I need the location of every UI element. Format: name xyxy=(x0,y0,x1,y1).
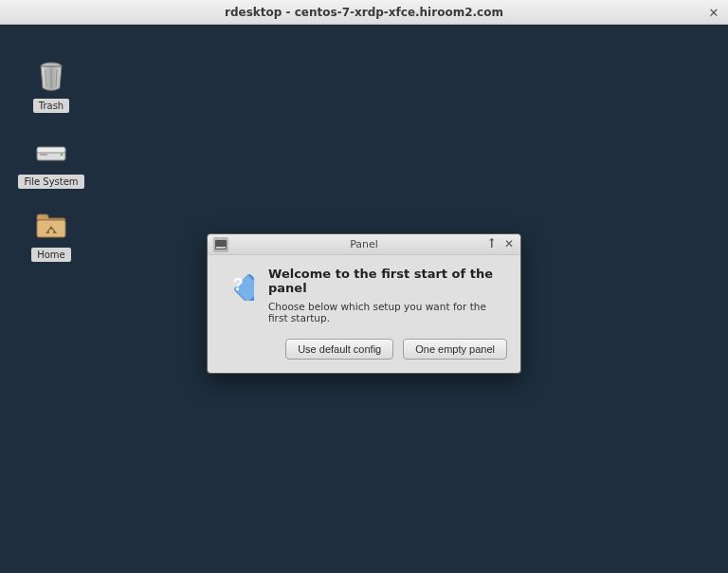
outer-window-titlebar: rdesktop - centos-7-xrdp-xfce.hiroom2.co… xyxy=(0,0,728,25)
dialog-message: Choose below which setup you want for th… xyxy=(268,301,507,323)
dialog-keep-above-button[interactable]: 🠕 xyxy=(484,236,500,251)
desktop-icon-filesystem[interactable]: File System xyxy=(23,137,80,189)
use-default-config-button[interactable]: Use default config xyxy=(285,339,393,360)
svg-text:?: ? xyxy=(233,275,244,294)
arrow-up-icon: 🠕 xyxy=(486,237,498,250)
dialog-title: Panel xyxy=(208,238,520,250)
one-empty-panel-button[interactable]: One empty panel xyxy=(403,339,507,360)
svg-rect-9 xyxy=(49,230,53,233)
trash-icon xyxy=(35,61,67,93)
drive-icon xyxy=(35,137,67,169)
dialog-button-row: Use default config One empty panel xyxy=(208,331,520,373)
desktop-icon-home[interactable]: Home xyxy=(23,210,80,262)
svg-rect-11 xyxy=(216,247,226,249)
svg-rect-7 xyxy=(40,154,47,156)
desktop-icon-label: Home xyxy=(31,248,71,262)
panel-firstrun-dialog: Panel 🠕 ✕ ? Welcome to the first start xyxy=(207,233,521,374)
question-icon: ? xyxy=(221,267,255,323)
panel-app-icon xyxy=(213,237,228,252)
dialog-titlebar[interactable]: Panel 🠕 ✕ xyxy=(208,234,520,255)
outer-window-title: rdesktop - centos-7-xrdp-xfce.hiroom2.co… xyxy=(225,6,503,19)
desktop-icon-label: File System xyxy=(18,175,83,189)
desktop-icon-trash[interactable]: Trash xyxy=(23,61,80,113)
desktop-icon-label: Trash xyxy=(33,99,69,113)
home-folder-icon xyxy=(35,210,67,242)
dialog-close-button[interactable]: ✕ xyxy=(501,236,517,251)
dialog-body: ? Welcome to the first start of the pane… xyxy=(208,255,520,331)
svg-point-6 xyxy=(61,154,64,157)
outer-window-close-button[interactable]: ✕ xyxy=(705,4,722,21)
dialog-heading: Welcome to the first start of the panel xyxy=(268,267,507,295)
svg-rect-5 xyxy=(37,147,65,153)
close-icon: ✕ xyxy=(504,237,514,250)
remote-desktop[interactable]: Trash File System Home xyxy=(0,25,728,573)
close-icon: ✕ xyxy=(709,6,719,20)
